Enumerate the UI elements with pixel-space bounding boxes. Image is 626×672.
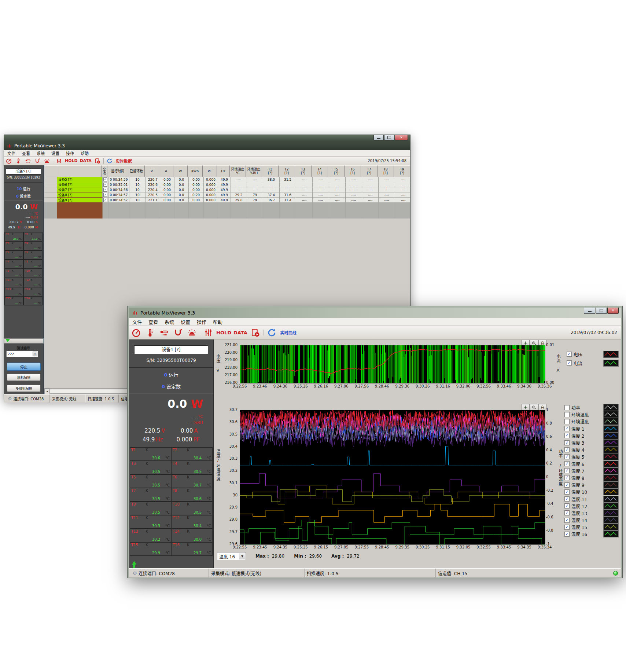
pan-tool-icon[interactable] <box>538 404 546 410</box>
device-name-cell[interactable]: 设备9 [?] <box>57 198 103 203</box>
table-row[interactable]: 设备5 [?]✓0 00:34:5910220.70.000.00.000.00… <box>44 177 410 182</box>
legend-checkbox[interactable] <box>564 419 570 424</box>
menu-item[interactable]: 查看 <box>19 150 33 156</box>
select-cell[interactable]: ✓ <box>103 182 108 187</box>
legend-checkbox[interactable]: ✓ <box>564 433 570 438</box>
legend-checkbox[interactable]: ✓ <box>564 468 570 473</box>
row-checkbox[interactable]: ✓ <box>103 177 107 181</box>
hold-button[interactable]: HOLD <box>64 158 79 163</box>
menu-item[interactable]: 查看 <box>145 318 161 325</box>
temperature-chart[interactable] <box>240 410 545 545</box>
minimize-button[interactable] <box>373 135 384 140</box>
export-icon[interactable] <box>249 327 262 338</box>
legend-checkbox[interactable] <box>564 412 570 417</box>
chevron-down-icon[interactable]: ▼ <box>239 553 245 559</box>
close-button[interactable]: ✕ <box>607 308 619 314</box>
header-cell[interactable]: 环境温度°C <box>230 165 246 177</box>
legend-checkbox[interactable]: ✓ <box>564 440 570 445</box>
thermometer-icon[interactable] <box>14 157 22 164</box>
select-cell[interactable]: ✓ <box>103 187 108 192</box>
table-row[interactable]: 设备7 [?]✓0 00:34:5610220.40.000.00.000.00… <box>44 187 410 192</box>
header-cell[interactable]: W <box>173 165 188 177</box>
header-cell[interactable]: KWh <box>188 165 203 177</box>
row-checkbox[interactable]: ✓ <box>103 188 107 192</box>
select-cell[interactable]: ✓ <box>103 177 108 182</box>
menu-item[interactable]: 文件 <box>4 150 19 156</box>
legend-checkbox[interactable] <box>564 405 570 410</box>
select-cell[interactable]: ✓ <box>103 198 108 203</box>
refresh-icon[interactable] <box>266 327 278 338</box>
menu-item[interactable]: 文件 <box>129 318 145 325</box>
menu-item[interactable]: 操作 <box>63 150 77 156</box>
table-row[interactable]: 设备6 [?]✓0 00:35:0110220.60.000.00.000.00… <box>44 182 410 187</box>
header-cell[interactable]: 环境湿度%RH <box>246 165 262 177</box>
offline-scan-button[interactable]: 脱机扫描 <box>7 374 41 381</box>
header-cell[interactable]: T1[?] <box>262 165 279 177</box>
legend-checkbox[interactable]: ✓ <box>564 489 570 495</box>
alarm-icon[interactable] <box>43 157 51 164</box>
stop-button[interactable]: 停止 <box>7 363 41 371</box>
table-row[interactable]: 设备9 [?]✓0 00:34:5710221.10.000.00.000.00… <box>44 198 410 203</box>
menu-item[interactable]: 设置 <box>177 318 194 325</box>
header-cell[interactable]: 运行时间 <box>107 165 128 177</box>
gauge-icon[interactable] <box>5 157 13 164</box>
legend-checkbox[interactable]: ✓ <box>564 461 570 466</box>
menu-item[interactable]: 系统 <box>161 318 177 325</box>
header-cell[interactable]: 全选 <box>102 165 107 177</box>
multi-scan-button[interactable]: 多联机扫描 <box>7 385 41 392</box>
device-selector[interactable]: 设备5 [?] <box>6 168 41 175</box>
header-cell[interactable]: Hz <box>217 165 230 177</box>
panel-splitter[interactable] <box>4 338 44 344</box>
select-cell[interactable]: ✓ <box>103 192 108 198</box>
menu-item[interactable]: 帮助 <box>77 150 92 156</box>
voltage-current-chart[interactable] <box>240 345 545 383</box>
header-cell[interactable]: V <box>145 165 159 177</box>
legend-checkbox[interactable]: ✓ <box>564 496 570 502</box>
gauge-icon[interactable] <box>130 327 142 338</box>
device-name-cell[interactable]: 设备5 [?] <box>57 177 103 182</box>
back-titlebar[interactable]: Portable MixViewer 3.3 ✕ <box>4 135 410 150</box>
data-button[interactable]: DATA <box>79 158 93 163</box>
row-checkbox[interactable]: ✓ <box>103 193 107 197</box>
channel-selector[interactable]: 温度 16 ▼ <box>217 552 246 560</box>
legend-checkbox[interactable]: ✓ <box>564 510 570 515</box>
header-cell[interactable] <box>44 165 57 177</box>
thermometer-icon[interactable] <box>144 327 156 338</box>
live-curve-label[interactable]: 实时曲线 <box>280 330 297 335</box>
header-cell[interactable]: PF <box>203 165 217 177</box>
scroll-left-icon[interactable]: ◂ <box>44 389 50 394</box>
header-cell[interactable]: 已循环数 <box>128 165 145 177</box>
device-name-cell[interactable]: 设备8 [?] <box>57 192 103 198</box>
legend-checkbox[interactable]: ✓ <box>564 475 570 480</box>
hold-button[interactable]: HOLD <box>215 330 232 335</box>
menu-item[interactable]: 设置 <box>48 150 63 156</box>
device-selector[interactable]: 设备1 [?] <box>134 345 208 354</box>
legend-checkbox[interactable]: ✓ <box>564 447 570 452</box>
refresh-icon[interactable] <box>106 157 114 164</box>
voltage-icon[interactable] <box>172 327 184 338</box>
legend-checkbox[interactable]: ✓ <box>564 525 570 530</box>
device-name-cell[interactable]: 设备7 [?] <box>57 187 103 192</box>
menu-item[interactable]: 帮助 <box>210 318 226 325</box>
row-checkbox[interactable]: ✓ <box>103 198 107 202</box>
alarm-icon[interactable] <box>185 327 198 338</box>
legend-checkbox[interactable]: ✓ <box>564 482 570 488</box>
input-spinner[interactable]: ▾ <box>33 352 37 356</box>
legend-checkbox[interactable]: ✓ <box>564 454 570 459</box>
export-icon[interactable] <box>93 157 102 164</box>
minimize-button[interactable] <box>584 308 595 314</box>
header-cell[interactable]: A <box>159 165 173 177</box>
header-cell[interactable]: T6[?] <box>345 165 361 177</box>
legend-checkbox[interactable]: ✓ <box>564 518 570 523</box>
maximize-button[interactable] <box>596 308 607 314</box>
crosshair-tool-icon[interactable] <box>522 404 530 410</box>
mixer-icon[interactable] <box>55 157 63 164</box>
test-number-input[interactable]: 222 ▾ <box>6 351 38 357</box>
clamp-meter-icon[interactable] <box>158 327 170 338</box>
menu-item[interactable]: 系统 <box>33 150 48 156</box>
maximize-button[interactable] <box>384 135 394 140</box>
table-row[interactable]: 设备8 [?]✓0 00:34:5710220.50.000.00.200.00… <box>44 192 410 198</box>
header-cell[interactable] <box>57 165 102 177</box>
menu-item[interactable]: 操作 <box>194 318 210 325</box>
header-cell[interactable]: T7[?] <box>361 165 378 177</box>
